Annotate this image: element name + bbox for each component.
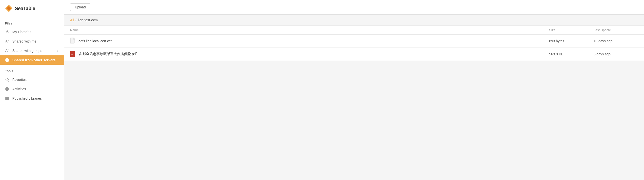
pdf-file-icon: PDF [70, 51, 76, 58]
svg-point-4 [8, 40, 9, 41]
svg-point-3 [6, 40, 7, 41]
file-name-cell: adfs.lian.local.cert.cer [70, 38, 549, 45]
sidebar-item-activities[interactable]: Activities [0, 84, 64, 94]
file-name-cell: PDF 友邦全佑惠享珍藏版重大疾病保险.pdf [70, 51, 549, 58]
group-icon [5, 49, 10, 53]
upload-button[interactable]: Upload [70, 4, 90, 11]
sidebar-item-shared-with-groups[interactable]: Shared with groups [0, 46, 64, 55]
tools-section-label: Tools [0, 65, 64, 75]
file-name: adfs.lian.local.cert.cer [78, 39, 112, 43]
column-name: Name [70, 28, 549, 32]
breadcrumb-separator: / [76, 18, 76, 22]
sidebar-item-published-libraries[interactable]: Published Libraries [0, 94, 64, 103]
svg-point-11 [8, 61, 9, 62]
table-row[interactable]: adfs.lian.local.cert.cer 893 bytes 10 da… [64, 35, 644, 48]
table-header: Name Size Last Update [64, 26, 644, 35]
svg-point-2 [6, 30, 8, 32]
sidebar-item-shared-from-other-servers[interactable]: Shared from other servers [0, 55, 64, 65]
star-icon [5, 77, 10, 82]
chevron-right-icon [56, 49, 59, 52]
sidebar-item-favorites[interactable]: Favorites [0, 75, 64, 84]
shared-with-groups-label: Shared with groups [12, 49, 42, 53]
column-last-update: Last Update [594, 28, 638, 32]
logo-icon [5, 5, 13, 12]
library-icon [5, 96, 10, 101]
svg-marker-14 [6, 78, 9, 81]
my-libraries-label: My Libraries [12, 30, 31, 34]
sidebar-item-shared-with-me[interactable]: Shared with me [0, 37, 64, 46]
published-libraries-label: Published Libraries [12, 96, 42, 100]
breadcrumb-all[interactable]: All [70, 18, 74, 22]
svg-rect-16 [6, 97, 9, 100]
table-row[interactable]: PDF 友邦全佑惠享珍藏版重大疾病保险.pdf 563.9 KB 6 days … [64, 48, 644, 61]
person-icon [5, 30, 10, 34]
file-size: 893 bytes [549, 39, 594, 43]
file-size: 563.9 KB [549, 52, 594, 56]
svg-point-10 [8, 59, 9, 59]
activity-icon [5, 87, 10, 91]
svg-point-7 [8, 49, 9, 50]
shared-from-other-servers-label: Shared from other servers [12, 58, 56, 62]
breadcrumb: All / lian-test-ocm [64, 15, 644, 26]
share-person-icon [5, 39, 10, 44]
svg-point-6 [6, 49, 8, 50]
file-table: Name Size Last Update adfs.lian.local.ce… [64, 26, 644, 61]
column-size: Size [549, 28, 594, 32]
file-name: 友邦全佑惠享珍藏版重大疾病保险.pdf [79, 52, 136, 56]
share-circle-icon [5, 58, 10, 62]
file-date: 6 days ago [594, 52, 638, 56]
breadcrumb-current: lian-test-ocm [78, 18, 98, 22]
file-date: 10 days ago [594, 39, 638, 43]
svg-point-9 [6, 60, 6, 61]
shared-with-me-label: Shared with me [12, 39, 36, 43]
toolbar: Upload [64, 0, 644, 15]
generic-file-icon [70, 38, 76, 45]
files-section-label: Files [0, 17, 64, 27]
favorites-label: Favorites [12, 78, 27, 82]
logo-area: SeaTable [0, 0, 64, 17]
activities-label: Activities [12, 87, 26, 91]
logo-text: SeaTable [15, 6, 35, 11]
svg-text:PDF: PDF [71, 54, 74, 55]
main-content: Upload All / lian-test-ocm Name Size Las… [64, 0, 644, 180]
sidebar: SeaTable Files My Libraries Shared with … [0, 0, 64, 180]
sidebar-item-my-libraries[interactable]: My Libraries [0, 27, 64, 37]
